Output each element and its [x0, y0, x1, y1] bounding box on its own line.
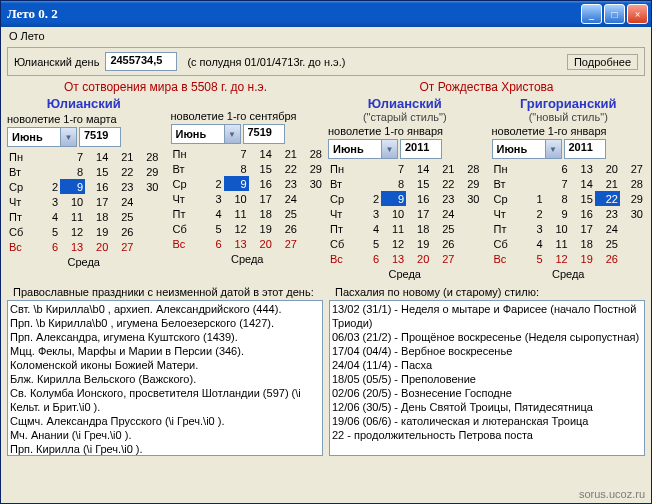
- list-item[interactable]: Прп. Александра, игумена Куштского (1439…: [10, 330, 320, 344]
- calendar-cell[interactable]: 7: [545, 176, 570, 191]
- calendar-cell[interactable]: 30: [620, 206, 645, 221]
- calendar-cell[interactable]: 7: [381, 161, 406, 176]
- calendar-cell[interactable]: [35, 149, 60, 164]
- list-item[interactable]: 18/05 (05/5) - Преполовение: [332, 372, 642, 386]
- calendar-cell[interactable]: 19: [249, 221, 274, 236]
- calendar-cell[interactable]: 5: [198, 221, 223, 236]
- calendar-cell[interactable]: [299, 221, 324, 236]
- calendar-cell[interactable]: 21: [431, 161, 456, 176]
- calendar-cell[interactable]: 22: [595, 191, 620, 206]
- calendar-cell[interactable]: [299, 191, 324, 206]
- calendar-cell[interactable]: 25: [110, 209, 135, 224]
- calendar-cell[interactable]: 20: [595, 161, 620, 176]
- month-select[interactable]: Июнь▼: [328, 139, 398, 159]
- calendar-cell[interactable]: 23: [431, 191, 456, 206]
- minimize-button[interactable]: _: [581, 4, 602, 24]
- calendar-cell[interactable]: [620, 221, 645, 236]
- calendar-cell[interactable]: 26: [595, 251, 620, 266]
- calendar-cell[interactable]: 29: [135, 164, 160, 179]
- calendar-cell[interactable]: 15: [249, 161, 274, 176]
- calendar-cell[interactable]: 8: [224, 161, 249, 176]
- calendar-cell[interactable]: 12: [545, 251, 570, 266]
- calendar-cell[interactable]: 21: [110, 149, 135, 164]
- calendar-cell[interactable]: 11: [381, 221, 406, 236]
- calendar-cell[interactable]: 25: [431, 221, 456, 236]
- month-select[interactable]: Июнь▼: [492, 139, 562, 159]
- calendar-cell[interactable]: 14: [406, 161, 431, 176]
- calendar-cell[interactable]: 6: [356, 251, 381, 266]
- calendar-cell[interactable]: 19: [85, 224, 110, 239]
- year-input[interactable]: 2011: [400, 139, 442, 159]
- calendar-cell[interactable]: 15: [85, 164, 110, 179]
- more-button[interactable]: Подробнее: [567, 54, 638, 70]
- list-item[interactable]: Сщмч. Александра Прусского (\i Греч.\i0 …: [10, 414, 320, 428]
- list-item[interactable]: 17/04 (04/4) - Вербное воскресенье: [332, 344, 642, 358]
- calendar-cell[interactable]: 10: [60, 194, 85, 209]
- calendar-cell[interactable]: 23: [274, 176, 299, 191]
- calendar-cell[interactable]: 24: [274, 191, 299, 206]
- calendar-cell[interactable]: [356, 161, 381, 176]
- calendar-cell[interactable]: 11: [60, 209, 85, 224]
- list-item[interactable]: 19/06 (06/6) - католическая и лютеранска…: [332, 414, 642, 428]
- list-item[interactable]: 02/06 (20/5) - Вознесение Господне: [332, 386, 642, 400]
- calendar-cell[interactable]: 9: [381, 191, 406, 206]
- calendar-cell[interactable]: 13: [570, 161, 595, 176]
- calendar-cell[interactable]: [519, 161, 544, 176]
- calendar-cell[interactable]: 26: [274, 221, 299, 236]
- calendar-cell[interactable]: 18: [249, 206, 274, 221]
- calendar-cell[interactable]: [135, 239, 160, 254]
- calendar-cell[interactable]: 8: [381, 176, 406, 191]
- year-input[interactable]: 7519: [79, 127, 121, 147]
- calendar-cell[interactable]: 17: [85, 194, 110, 209]
- month-select[interactable]: Июнь▼: [171, 124, 241, 144]
- calendar-cell[interactable]: 9: [224, 176, 249, 191]
- calendar-cell[interactable]: 26: [431, 236, 456, 251]
- list-item[interactable]: Прп. Кирилла (\i Греч.\i0 ).: [10, 442, 320, 456]
- calendar-cell[interactable]: 23: [110, 179, 135, 194]
- calendar-cell[interactable]: 15: [570, 191, 595, 206]
- list-item[interactable]: 22 - продолжительность Петрова поста: [332, 428, 642, 442]
- calendar-cell[interactable]: 20: [406, 251, 431, 266]
- calendar-cell[interactable]: 20: [249, 236, 274, 251]
- list-item[interactable]: Свт. \b Кирилла\b0 , архиеп. Александрий…: [10, 302, 320, 316]
- holidays-list[interactable]: Свт. \b Кирилла\b0 , архиеп. Александрий…: [7, 300, 323, 456]
- calendar-cell[interactable]: [299, 206, 324, 221]
- calendar-cell[interactable]: 19: [406, 236, 431, 251]
- list-item[interactable]: 12/06 (30/5) - День Святой Троицы, Пятид…: [332, 400, 642, 414]
- maximize-button[interactable]: □: [604, 4, 625, 24]
- calendar-cell[interactable]: 13: [381, 251, 406, 266]
- calendar-cell[interactable]: 16: [249, 176, 274, 191]
- calendar-cell[interactable]: 4: [35, 209, 60, 224]
- calendar-cell[interactable]: 20: [85, 239, 110, 254]
- calendar-cell[interactable]: 28: [135, 149, 160, 164]
- calendar-cell[interactable]: 28: [299, 146, 324, 161]
- calendar-cell[interactable]: 10: [381, 206, 406, 221]
- calendar-cell[interactable]: 16: [85, 179, 110, 194]
- calendar-cell[interactable]: [198, 146, 223, 161]
- calendar-cell[interactable]: 21: [274, 146, 299, 161]
- calendar-cell[interactable]: 1: [519, 191, 544, 206]
- calendar-cell[interactable]: 27: [274, 236, 299, 251]
- calendar-cell[interactable]: [456, 251, 481, 266]
- calendar-cell[interactable]: 21: [595, 176, 620, 191]
- list-item[interactable]: Прп. \b Кирилла\b0 , игумена Белоезерско…: [10, 316, 320, 330]
- calendar-cell[interactable]: 29: [299, 161, 324, 176]
- calendar-cell[interactable]: [135, 209, 160, 224]
- calendar-cell[interactable]: 4: [356, 221, 381, 236]
- calendar-cell[interactable]: 19: [570, 251, 595, 266]
- calendar-cell[interactable]: [198, 161, 223, 176]
- calendar-cell[interactable]: 3: [35, 194, 60, 209]
- calendar-cell[interactable]: 7: [224, 146, 249, 161]
- calendar-cell[interactable]: 10: [545, 221, 570, 236]
- calendar-cell[interactable]: [620, 236, 645, 251]
- julian-day-value[interactable]: 2455734,5: [105, 52, 177, 71]
- list-item[interactable]: Блж. Кирилла Вельского (Важского).: [10, 372, 320, 386]
- calendar-cell[interactable]: 14: [570, 176, 595, 191]
- calendar-cell[interactable]: 13: [60, 239, 85, 254]
- calendar-cell[interactable]: 5: [35, 224, 60, 239]
- calendar-cell[interactable]: 6: [35, 239, 60, 254]
- paschalia-list[interactable]: 13/02 (31/1) - Неделя о мытаре и Фарисее…: [329, 300, 645, 456]
- calendar-cell[interactable]: 7: [60, 149, 85, 164]
- calendar-cell[interactable]: 27: [431, 251, 456, 266]
- calendar-cell[interactable]: 4: [519, 236, 544, 251]
